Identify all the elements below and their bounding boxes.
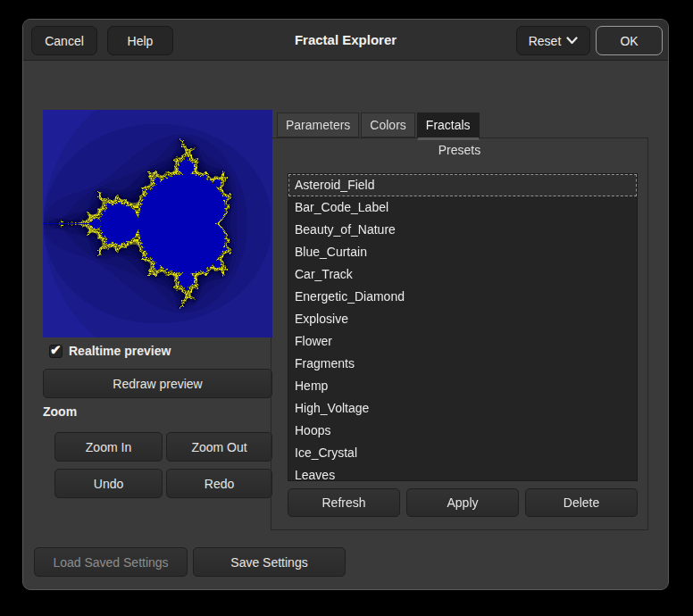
dialog-header: Cancel Help Fractal Explorer Reset OK	[23, 20, 668, 61]
preset-item[interactable]: Hoops	[288, 420, 637, 442]
zoom-in-label: Zoom In	[86, 440, 131, 454]
realtime-preview-label: Realtime preview	[69, 344, 171, 358]
cancel-button[interactable]: Cancel	[31, 26, 97, 55]
tab-fractals[interactable]: Fractals	[417, 112, 480, 140]
preset-item[interactable]: Ice_Crystal	[288, 442, 637, 464]
reset-button-label: Reset	[529, 34, 562, 48]
redo-button[interactable]: Redo	[166, 469, 272, 498]
reset-dropdown-button[interactable]: Reset	[516, 26, 590, 55]
preset-item[interactable]: Energetic_Diamond	[288, 286, 637, 308]
zoom-out-label: Zoom Out	[191, 440, 246, 454]
apply-preset-button[interactable]: Apply	[406, 488, 519, 517]
tab-bar: ParametersColorsFractals	[277, 112, 481, 140]
redraw-preview-label: Redraw preview	[113, 377, 202, 391]
screen: { "window": { "title": "Fractal Explorer…	[0, 0, 693, 616]
preset-item[interactable]: Flower	[288, 330, 637, 353]
realtime-preview-checkbox[interactable]: ✔	[49, 345, 63, 358]
undo-button[interactable]: Undo	[54, 469, 163, 498]
chevron-down-icon	[566, 37, 578, 45]
presets-frame: Presets Asteroid_FieldBar_Code_LabelBeau…	[271, 137, 648, 530]
load-saved-settings-button[interactable]: Load Saved Settings	[34, 547, 188, 577]
preset-item[interactable]: Beauty_of_Nature	[288, 219, 637, 241]
help-button-label: Help	[128, 34, 154, 48]
preset-item[interactable]: Leaves	[288, 464, 637, 481]
delete-preset-button[interactable]: Delete	[525, 488, 638, 517]
help-button[interactable]: Help	[107, 26, 173, 55]
zoom-in-button[interactable]: Zoom In	[54, 432, 163, 462]
ok-button-label: OK	[620, 34, 638, 48]
tab-colors[interactable]: Colors	[361, 112, 414, 137]
checkmark-icon: ✔	[50, 342, 62, 357]
preset-item[interactable]: Fragments	[288, 353, 637, 375]
preset-list[interactable]: Asteroid_FieldBar_Code_LabelBeauty_of_Na…	[288, 173, 638, 481]
redraw-preview-button[interactable]: Redraw preview	[43, 369, 272, 398]
save-settings-button[interactable]: Save Settings	[193, 547, 346, 577]
preset-item[interactable]: High_Voltage	[288, 397, 637, 420]
preset-item[interactable]: Bar_Code_Label	[288, 196, 637, 219]
load-saved-settings-label: Load Saved Settings	[53, 555, 168, 570]
presets-title: Presets	[271, 143, 647, 157]
preset-item[interactable]: Blue_Curtain	[288, 241, 637, 263]
cancel-button-label: Cancel	[45, 34, 84, 48]
fractal-preview-image[interactable]	[43, 110, 272, 337]
preset-action-row: RefreshApplyDelete	[288, 488, 638, 517]
tab-parameters[interactable]: Parameters	[277, 112, 359, 137]
zoom-section-label: Zoom	[43, 404, 77, 419]
refresh-preset-button[interactable]: Refresh	[288, 488, 400, 517]
fractal-explorer-dialog: Cancel Help Fractal Explorer Reset OK ✔ …	[22, 19, 669, 590]
zoom-out-button[interactable]: Zoom Out	[166, 432, 272, 462]
save-settings-label: Save Settings	[230, 555, 307, 570]
ok-button[interactable]: OK	[596, 26, 663, 55]
preset-item[interactable]: Car_Track	[288, 263, 637, 286]
preset-item[interactable]: Explosive	[288, 308, 637, 330]
realtime-preview-row: ✔ Realtime preview	[49, 344, 171, 358]
preset-item[interactable]: Hemp	[288, 375, 637, 397]
preset-item[interactable]: Asteroid_Field	[288, 174, 637, 196]
redo-label: Redo	[205, 477, 234, 491]
undo-label: Undo	[94, 477, 123, 491]
